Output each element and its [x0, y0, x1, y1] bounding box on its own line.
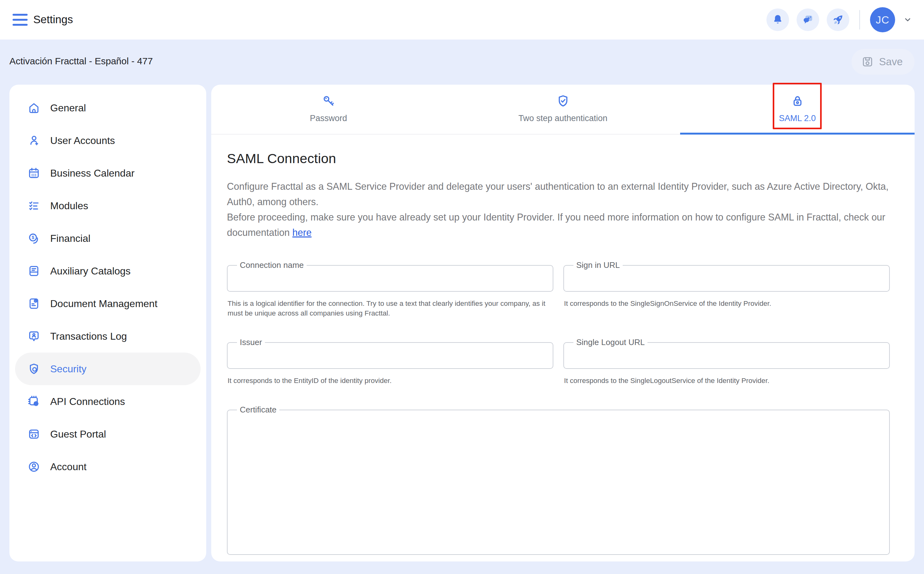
dollar-circle-icon: $: [27, 232, 41, 245]
svg-text:$: $: [32, 235, 34, 240]
sign-in-url-label: Sign in URL: [573, 260, 623, 270]
badge-user-icon: [27, 330, 41, 343]
saml-content: SAML Connection Configure Fracttal as a …: [211, 151, 915, 555]
home-icon: [27, 101, 41, 115]
sidebar-item-security[interactable]: Security: [15, 353, 201, 385]
sidebar-item-account[interactable]: Account: [15, 450, 201, 483]
connection-name-label: Connection name: [237, 260, 306, 270]
sidebar-item-label: Financial: [50, 233, 90, 244]
sidebar-item-label: API Connections: [50, 396, 125, 407]
catalog-book-icon: [27, 264, 41, 278]
single-logout-url-helper: It corresponds to the SingleLogoutServic…: [564, 376, 889, 385]
sidebar-item-business-calendar[interactable]: Business Calendar: [15, 157, 201, 189]
topbar-divider: [859, 10, 860, 30]
single-logout-url-input[interactable]: [570, 347, 883, 364]
connection-name-helper: This is a logical identifier for the con…: [227, 299, 553, 318]
certificate-label: Certificate: [237, 405, 280, 415]
sidebar-item-label: Guest Portal: [50, 429, 106, 440]
section-description: Configure Fracttal as a SAML Service Pro…: [227, 179, 890, 240]
sidebar-item-label: Account: [50, 461, 87, 473]
sidebar-item-financial[interactable]: $ Financial: [15, 222, 201, 255]
save-icon: [861, 55, 874, 68]
save-button[interactable]: Save: [851, 49, 915, 75]
top-app-bar: Settings JC: [0, 0, 924, 39]
security-tabs: Password Two step authentication SAML 2.…: [211, 85, 915, 134]
context-title: Activación Fracttal - Español - 477: [9, 56, 153, 66]
sidebar-item-label: Business Calendar: [50, 167, 135, 179]
settings-sidebar: General User Accounts Business Calendar …: [9, 85, 206, 561]
sidebar-item-transactions-log[interactable]: Transactions Log: [15, 320, 201, 353]
sidebar-item-label: User Accounts: [50, 135, 115, 147]
sidebar-item-modules[interactable]: Modules: [15, 189, 201, 222]
sidebar-item-label: Modules: [50, 200, 88, 212]
ai-assistant-button[interactable]: [796, 8, 819, 31]
tab-label: Password: [310, 114, 347, 123]
tab-label: SAML 2.0: [779, 114, 816, 123]
field-certificate: Certificate: [227, 405, 890, 555]
save-button-label: Save: [879, 56, 903, 68]
sign-in-url-helper: It corresponds to the SingleSignOnServic…: [564, 299, 889, 308]
sidebar-item-label: General: [50, 102, 86, 114]
lock-icon: [790, 93, 805, 109]
chip-gear-icon: [27, 394, 41, 408]
intro-line-1: Configure Fracttal as a SAML Service Pro…: [227, 181, 889, 207]
sidebar-item-label: Security: [50, 363, 87, 375]
issuer-input[interactable]: [233, 347, 547, 364]
sidebar-item-label: Transactions Log: [50, 331, 127, 342]
section-title: SAML Connection: [227, 151, 890, 166]
shield-search-icon: [27, 362, 41, 376]
tab-label: Two step authentication: [518, 114, 608, 123]
tab-password[interactable]: Password: [211, 85, 446, 134]
rocket-icon: [831, 13, 845, 26]
sign-in-url-input[interactable]: [570, 270, 883, 286]
key-icon: [321, 93, 336, 109]
sidebar-item-guest-portal[interactable]: Guest Portal: [15, 418, 201, 450]
sidebar-item-label: Auxiliary Catalogs: [50, 265, 131, 277]
saml-form: Connection name This is a logical identi…: [227, 260, 890, 555]
tab-saml-2-0[interactable]: SAML 2.0: [680, 85, 915, 134]
page-title: Settings: [33, 13, 73, 26]
field-connection-name: Connection name This is a logical identi…: [227, 260, 553, 318]
field-single-logout-url: Single Logout URL It corresponds to the …: [563, 337, 890, 385]
tab-two-step-authentication[interactable]: Two step authentication: [446, 85, 680, 134]
sidebar-item-label: Document Management: [50, 298, 158, 309]
whats-new-button[interactable]: [827, 8, 849, 31]
document-clock-icon: [27, 297, 41, 311]
single-logout-url-label: Single Logout URL: [573, 337, 648, 347]
issuer-helper: It corresponds to the EntityID of the id…: [227, 376, 553, 385]
avatar[interactable]: JC: [870, 7, 895, 32]
sidebar-item-api-connections[interactable]: API Connections: [15, 385, 201, 418]
field-sign-in-url: Sign in URL It corresponds to the Single…: [563, 260, 890, 318]
sidebar-item-general[interactable]: General: [15, 91, 201, 124]
shield-check-icon: [556, 93, 570, 109]
sidebar-item-document-management[interactable]: Document Management: [15, 287, 201, 320]
account-menu-button[interactable]: [903, 15, 913, 25]
notifications-button[interactable]: [766, 8, 789, 31]
bell-icon: [771, 14, 784, 26]
field-issuer: Issuer It corresponds to the EntityID of…: [227, 337, 553, 385]
active-tab-indicator: [680, 132, 915, 134]
calendar-icon: [27, 166, 41, 180]
issuer-label: Issuer: [237, 337, 265, 347]
user-circle-icon: [27, 460, 41, 474]
checklist-icon: [27, 199, 41, 213]
user-plus-icon: [27, 134, 41, 147]
certificate-input[interactable]: [233, 415, 883, 540]
intro-line-2: Before proceeding, make sure you have al…: [227, 212, 885, 238]
documentation-link[interactable]: here: [292, 227, 312, 238]
sidebar-item-auxiliary-catalogs[interactable]: Auxiliary Catalogs: [15, 255, 201, 287]
connection-name-input[interactable]: [233, 270, 547, 286]
chat-sparkle-icon: [801, 13, 815, 26]
sidebar-item-user-accounts[interactable]: User Accounts: [15, 124, 201, 157]
browser-code-icon: [27, 427, 41, 441]
hamburger-menu-icon[interactable]: [13, 14, 28, 26]
chevron-down-icon: [903, 15, 913, 25]
topbar-actions: JC: [766, 0, 913, 39]
security-panel: Password Two step authentication SAML 2.…: [211, 85, 915, 561]
